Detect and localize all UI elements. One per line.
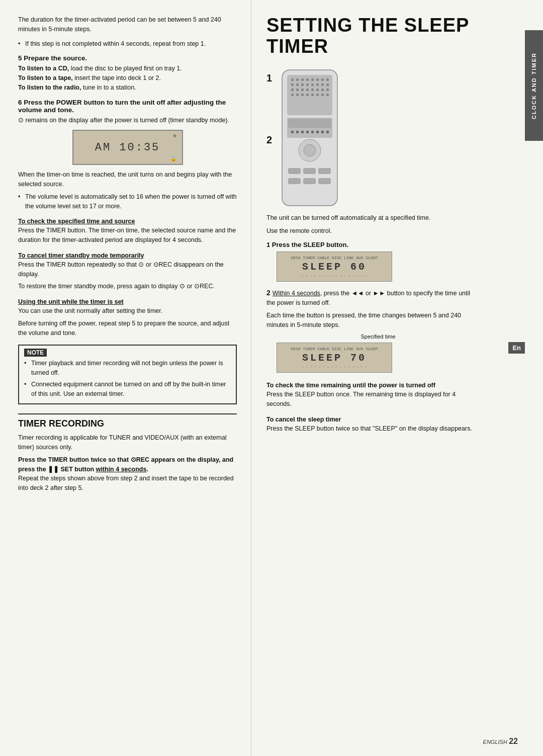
display1-top: DECK TUNER CABLE DISC LINE AUX SLEEP xyxy=(291,256,378,260)
when-text: When the timer-on time is reached, the u… xyxy=(18,170,237,189)
cancel-heading-text: To cancel the sleep timer xyxy=(266,416,341,423)
step2-heading: 2 Within 4 seconds, press the ◄◄ or ►► b… xyxy=(266,288,480,308)
display2-bottom-text: - - - - - - - - - - - - - - - - xyxy=(302,365,367,369)
svg-rect-6 xyxy=(311,78,314,81)
step5-body: To listen to a CD, load the disc to be p… xyxy=(18,64,237,92)
svg-rect-29 xyxy=(306,94,309,96)
svg-rect-32 xyxy=(321,94,324,96)
step-markers: 1 2 xyxy=(266,67,272,208)
sidebar-tab-label: CLOCK AND TIMER xyxy=(531,52,537,119)
timer-rec-intro: Timer recording is applicable for TUNER … xyxy=(18,433,237,452)
svg-rect-18 xyxy=(291,89,294,91)
svg-rect-25 xyxy=(326,89,329,91)
svg-rect-23 xyxy=(316,89,319,91)
svg-rect-4 xyxy=(301,78,304,81)
note-label: NOTE xyxy=(24,349,47,357)
bullet-step1: If this step is not completed within 4 s… xyxy=(18,39,237,49)
svg-rect-39 xyxy=(306,131,309,133)
use-remote: Use the remote control. xyxy=(266,226,480,236)
svg-rect-46 xyxy=(288,168,301,174)
timer-rec-underline: within 4 seconds xyxy=(96,466,147,473)
svg-rect-38 xyxy=(301,131,304,133)
check-body: Press the SLEEP button once. The remaini… xyxy=(266,390,480,409)
svg-rect-27 xyxy=(296,94,299,96)
check-heading-text: To check the time remaining until the po… xyxy=(266,382,435,389)
display2-top-text: DECK TUNER CABLE DISC LINE AUX SLEEP xyxy=(291,347,378,351)
step2-body: Each time the button is pressed, the tim… xyxy=(266,311,480,330)
right-column: SETTING THE SLEEP TIMER 1 2 xyxy=(251,0,505,756)
display1: DECK TUNER CABLE DISC LINE AUX SLEEP SLE… xyxy=(277,251,392,282)
subhead2-body2: To restore the timer standby mode, press… xyxy=(18,282,237,291)
display1-bottom: - - - - - - - - - - - - - - - - xyxy=(302,274,367,278)
display2: DECK TUNER CABLE DISC LINE AUX SLEEP SLE… xyxy=(277,343,392,373)
subhead2-body1: Press the TIMER button repeatedly so tha… xyxy=(18,260,237,279)
svg-rect-21 xyxy=(306,89,309,91)
display2-top: DECK TUNER CABLE DISC LINE AUX SLEEP xyxy=(291,347,378,351)
remote-svg xyxy=(277,67,342,208)
subhead2: To cancel timer standby mode temporarily xyxy=(18,252,237,259)
step5-tape-label: To listen to a tape, xyxy=(18,74,73,81)
svg-rect-49 xyxy=(288,178,301,184)
display2-main: SLEEP 70 xyxy=(302,352,367,364)
timer-rec-body: Repeat the steps shown above from step 2… xyxy=(18,475,234,491)
svg-rect-20 xyxy=(301,89,304,91)
check-heading: To check the time remaining until the po… xyxy=(266,382,480,389)
display-text: AM 10:35 xyxy=(95,141,160,154)
main-title: SETTING THE SLEEP TIMER xyxy=(266,15,480,57)
step2-num: 2 xyxy=(266,289,273,297)
display-box: ⊙ AM 10:35 🔒 xyxy=(72,130,183,165)
display2-bottom: - - - - - - - - - - - - - - - - xyxy=(302,365,367,369)
svg-rect-50 xyxy=(303,178,316,184)
note-box: NOTE Timer playback and timer recording … xyxy=(18,345,237,404)
svg-rect-35 xyxy=(288,119,331,128)
timer-recording-title: TIMER RECORDING xyxy=(18,413,237,429)
svg-rect-31 xyxy=(316,94,319,96)
step-marker-2: 2 xyxy=(266,134,272,146)
svg-rect-14 xyxy=(311,83,314,86)
step2-underline: Within 4 seconds xyxy=(273,290,320,297)
cancel-heading: To cancel the sleep timer xyxy=(266,416,480,423)
display1-top-text: DECK TUNER CABLE DISC LINE AUX SLEEP xyxy=(291,256,378,260)
subhead1: To check the specified time and source xyxy=(18,218,237,225)
svg-rect-19 xyxy=(296,89,299,91)
svg-rect-12 xyxy=(301,83,304,86)
step-marker-1: 1 xyxy=(266,72,272,84)
svg-rect-5 xyxy=(306,78,309,81)
step5-cd-text: load the disc to be played first on tray… xyxy=(69,65,182,72)
step5-radio-label: To listen to the radio, xyxy=(18,84,81,91)
step5-label: 5 Prepare the source. xyxy=(18,54,87,62)
footer: ENGLISH 22 xyxy=(483,737,518,746)
svg-rect-24 xyxy=(321,89,324,91)
svg-rect-41 xyxy=(316,131,319,133)
svg-rect-15 xyxy=(316,83,319,86)
step6-heading: 6 Press the POWER button to turn the uni… xyxy=(18,99,237,114)
svg-rect-30 xyxy=(311,94,314,96)
step5-tape-text: insert the tape into deck 1 or 2. xyxy=(73,74,161,81)
step6-body: ⊙ remains on the display after the power… xyxy=(18,116,237,125)
step5-cd-label: To listen to a CD, xyxy=(18,65,69,72)
svg-rect-13 xyxy=(306,83,309,86)
svg-rect-3 xyxy=(296,78,299,81)
intro-text: The duration for the timer-activated per… xyxy=(18,15,237,34)
sidebar-tab: CLOCK AND TIMER xyxy=(525,30,543,141)
svg-rect-1 xyxy=(287,75,332,115)
note2: Connected equipment cannot be turned on … xyxy=(24,380,231,399)
subhead3-body2: Before turning off the power, repeat ste… xyxy=(18,319,237,338)
svg-point-45 xyxy=(304,144,316,156)
svg-rect-47 xyxy=(303,168,316,174)
svg-rect-16 xyxy=(321,83,324,86)
timer-rec-instruction: Press the TIMER button twice so that ⊙RE… xyxy=(18,455,237,493)
subhead3-body1: You can use the unit normally after sett… xyxy=(18,306,237,316)
left-column: The duration for the timer-activated per… xyxy=(0,0,251,756)
step6-label: 6 Press the POWER button to turn the uni… xyxy=(18,99,226,114)
svg-rect-36 xyxy=(291,131,294,133)
svg-rect-42 xyxy=(321,131,324,133)
display1-bottom-text: - - - - - - - - - - - - - - - - xyxy=(302,274,367,278)
display1-main: SLEEP 60 xyxy=(302,261,367,273)
footer-english: ENGLISH xyxy=(483,739,507,745)
cancel-body: Press the SLEEP button twice so that "SL… xyxy=(266,424,480,434)
svg-rect-7 xyxy=(316,78,319,81)
footer-page-num: 22 xyxy=(509,737,518,745)
svg-rect-11 xyxy=(296,83,299,86)
svg-rect-26 xyxy=(291,94,294,96)
